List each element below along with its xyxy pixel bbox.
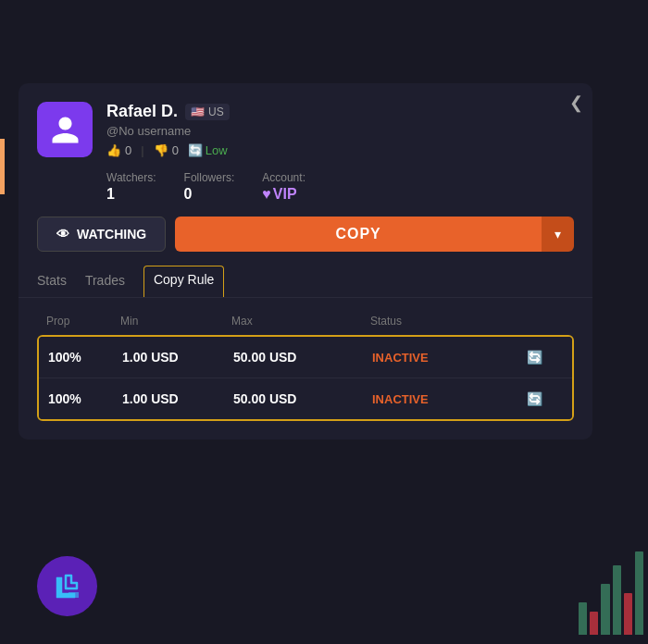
- likes-item: 👍 0: [106, 143, 131, 157]
- tab-stats[interactable]: Stats: [37, 266, 67, 297]
- watchers-stat: Watchers: 1: [106, 171, 156, 203]
- cell-status-2: INACTIVE: [372, 392, 511, 406]
- account-label: Account:: [262, 171, 305, 184]
- dislikes-count: 0: [172, 143, 179, 157]
- rep-divider: |: [141, 143, 143, 157]
- stats-row: Watchers: 1 Followers: 0 Account: ♥VIP: [19, 171, 592, 217]
- copy-rules-table: 100% 1.00 USD 50.00 USD INACTIVE 🔄 100% …: [37, 335, 574, 421]
- cycle-icon: 🔄: [188, 143, 203, 157]
- heart-icon: ♥: [262, 186, 271, 202]
- refresh-button-2[interactable]: 🔄: [511, 391, 557, 406]
- avatar: [37, 102, 93, 157]
- tab-trades[interactable]: Trades: [85, 266, 125, 297]
- user-info: Rafael D. 🇺🇸 US @No username 👍 0 | 👎 0: [106, 102, 574, 157]
- header-action: [509, 315, 555, 328]
- user-name-row: Rafael D. 🇺🇸 US: [106, 102, 574, 121]
- chart-bar: [624, 593, 632, 635]
- risk-badge: 🔄 Low: [188, 143, 228, 157]
- watchers-label: Watchers:: [106, 171, 156, 184]
- account-stat: Account: ♥VIP: [262, 171, 305, 203]
- chart-bar: [601, 584, 609, 635]
- chart-bar: [590, 612, 598, 635]
- cell-prop-2: 100%: [48, 391, 122, 406]
- chart-bar: [613, 565, 621, 635]
- tabs: Stats Trades Copy Rule: [19, 266, 592, 298]
- thumbs-up-icon: 👍: [106, 143, 121, 157]
- table-row: 100% 1.00 USD 50.00 USD INACTIVE 🔄: [39, 378, 572, 419]
- copy-button[interactable]: COPY: [175, 217, 542, 252]
- header-max: Max: [231, 315, 370, 328]
- country-code: US: [208, 105, 224, 118]
- cell-prop-1: 100%: [48, 350, 122, 365]
- copy-dropdown-button[interactable]: ▾: [542, 217, 574, 252]
- header-status: Status: [370, 315, 509, 328]
- reputation-row: 👍 0 | 👎 0 🔄 Low: [106, 143, 574, 157]
- likes-count: 0: [125, 143, 131, 157]
- tab-copy-rule[interactable]: Copy Rule: [143, 266, 224, 297]
- watching-label: WATCHING: [77, 227, 146, 242]
- copy-button-group: COPY ▾: [175, 217, 574, 252]
- chart-bar: [579, 602, 587, 635]
- dislikes-item: 👎 0: [154, 143, 179, 157]
- left-accent: [0, 139, 5, 194]
- user-icon: [49, 114, 81, 146]
- cell-max-2: 50.00 USD: [233, 391, 372, 406]
- thumbs-down-icon: 👎: [154, 143, 168, 157]
- watching-button[interactable]: 👁 WATCHING: [37, 217, 166, 252]
- table-row: 100% 1.00 USD 50.00 USD INACTIVE 🔄: [39, 337, 572, 378]
- username: @No username: [106, 124, 574, 138]
- followers-value: 0: [184, 186, 235, 203]
- flag-badge: 🇺🇸 US: [185, 104, 230, 120]
- eye-icon: 👁: [56, 227, 69, 242]
- user-header: Rafael D. 🇺🇸 US @No username 👍 0 | 👎 0: [19, 83, 592, 171]
- refresh-button-1[interactable]: 🔄: [511, 350, 557, 365]
- table-header: Prop Min Max Status: [37, 307, 574, 335]
- action-buttons: 👁 WATCHING COPY ▾: [19, 217, 592, 266]
- logo-icon: [49, 568, 86, 605]
- risk-label: Low: [206, 143, 228, 157]
- cell-min-2: 1.00 USD: [122, 391, 233, 406]
- cell-max-1: 50.00 USD: [233, 350, 372, 365]
- user-name: Rafael D.: [106, 102, 178, 121]
- cell-min-1: 1.00 USD: [122, 350, 233, 365]
- account-value: ♥VIP: [262, 186, 305, 203]
- followers-stat: Followers: 0: [184, 171, 235, 203]
- chart-bar: [635, 551, 643, 635]
- bottom-logo: [37, 556, 97, 616]
- header-prop: Prop: [46, 315, 120, 328]
- watchers-value: 1: [106, 186, 156, 203]
- user-panel: ❮ Rafael D. 🇺🇸 US @No username 👍 0: [19, 83, 592, 440]
- table-container: Prop Min Max Status 100% 1.00 USD 50.00 …: [19, 298, 592, 440]
- flag-icon: 🇺🇸: [191, 105, 205, 118]
- cell-status-1: INACTIVE: [372, 351, 511, 365]
- header-min: Min: [120, 315, 231, 328]
- followers-label: Followers:: [184, 171, 235, 184]
